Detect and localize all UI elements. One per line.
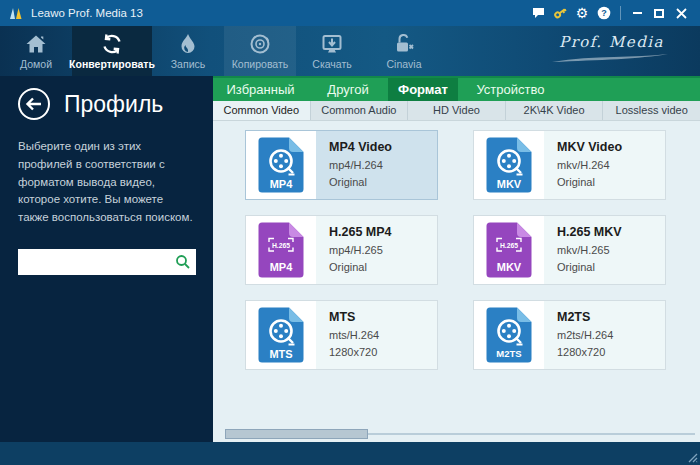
- back-button[interactable]: [18, 88, 50, 120]
- nav-label: Запись: [171, 58, 205, 70]
- minimize-button[interactable]: [626, 3, 648, 23]
- card-title: MP4 Video: [329, 140, 437, 154]
- nav-label: Cinavia: [386, 58, 421, 70]
- nav-item-home[interactable]: Домой: [0, 26, 72, 76]
- window-title: Leawo Prof. Media 13: [31, 7, 527, 19]
- close-button[interactable]: [670, 3, 692, 23]
- card-codec: mts/H.264: [329, 327, 437, 344]
- mts-file-icon: MTS: [257, 306, 305, 364]
- h265-mkv-file-icon: H.265 MKV: [485, 221, 533, 279]
- tab-favorites[interactable]: Избранный: [213, 78, 308, 101]
- subtab-hd-video[interactable]: HD Video: [408, 101, 506, 120]
- profile-card-mkv-video[interactable]: MKV MKV Video mkv/H.264 Original: [473, 130, 666, 200]
- card-title: MTS: [329, 310, 437, 324]
- profile-card-mts[interactable]: MTS MTS mts/H.264 1280x720: [245, 300, 438, 370]
- svg-text:H.265: H.265: [272, 242, 290, 249]
- home-icon: [24, 32, 48, 56]
- flame-icon: [176, 32, 200, 56]
- convert-icon: [100, 32, 124, 56]
- card-detail: Original: [329, 259, 437, 276]
- titlebar: Leawo Prof. Media 13 ⚙ ?: [0, 0, 700, 26]
- card-codec: m2ts/H.264: [557, 327, 665, 344]
- horizontal-scrollbar-thumb[interactable]: [225, 429, 368, 439]
- download-icon: [320, 32, 344, 56]
- mp4-file-icon: MP4: [257, 136, 305, 194]
- sidebar-heading: Профиль: [64, 91, 163, 118]
- nav-item-copy[interactable]: Копировать: [224, 26, 296, 76]
- card-codec: mkv/H.265: [557, 242, 665, 259]
- svg-text:?: ?: [601, 8, 607, 18]
- nav-label: Домой: [20, 58, 52, 70]
- card-detail: 1280x720: [329, 344, 437, 361]
- subtab-common-audio[interactable]: Common Audio: [311, 101, 409, 120]
- nav-label: Конвертировать: [69, 58, 155, 70]
- brand-underline-swoosh: [550, 54, 670, 64]
- subtab-lossless-video[interactable]: Lossless video: [603, 101, 700, 120]
- svg-text:MTS: MTS: [269, 348, 292, 360]
- profile-sidebar: Профиль Выберите один из этих профилей в…: [0, 76, 213, 442]
- profile-card-h265-mkv[interactable]: H.265 MKV H.265 MKV mkv/H.265 Original: [473, 215, 666, 285]
- main-nav: Домой Конвертировать Запись Копировать: [0, 26, 700, 76]
- unlock-icon: [392, 32, 416, 56]
- brand-script: Prof. Media: [559, 33, 664, 51]
- h265-mp4-file-icon: H.265 MP4: [257, 221, 305, 279]
- tab-device[interactable]: Устройство: [458, 78, 563, 101]
- nav-item-convert[interactable]: Конвертировать: [72, 26, 152, 76]
- svg-text:MP4: MP4: [270, 178, 294, 190]
- nav-label: Скачать: [312, 58, 351, 70]
- card-title: H.265 MKV: [557, 225, 665, 239]
- profile-card-m2ts[interactable]: M2TS M2TS m2ts/H.264 1280x720: [473, 300, 666, 370]
- svg-text:M2TS: M2TS: [496, 348, 521, 359]
- nav-item-download[interactable]: Скачать: [296, 26, 368, 76]
- category-tabs: Избранный Другой Формат Устройство: [213, 76, 700, 101]
- app-logo-icon: [8, 6, 24, 21]
- profiles-grid: MP4 MP4 Video mp4/H.264 Original MKV: [213, 121, 700, 442]
- register-key-icon[interactable]: [549, 3, 571, 23]
- card-title: M2TS: [557, 310, 665, 324]
- tab-other[interactable]: Другой: [308, 78, 388, 101]
- subtab-2k4k-video[interactable]: 2K\4K Video: [506, 101, 604, 120]
- svg-text:MP4: MP4: [270, 261, 294, 273]
- svg-text:H.265: H.265: [500, 242, 518, 249]
- m2ts-file-icon: M2TS: [485, 306, 533, 364]
- disc-icon: [248, 32, 272, 56]
- nav-item-cinavia[interactable]: Cinavia: [368, 26, 440, 76]
- app-window: Leawo Prof. Media 13 ⚙ ?: [0, 0, 700, 465]
- profile-card-h265-mp4[interactable]: H.265 MP4 H.265 MP4 mp4/H.265 Original: [245, 215, 438, 285]
- card-detail: Original: [557, 174, 665, 191]
- card-detail: 1280x720: [557, 344, 665, 361]
- search-icon[interactable]: [175, 254, 191, 270]
- back-arrow-icon: [25, 97, 43, 111]
- settings-gear-icon[interactable]: ⚙: [571, 3, 593, 23]
- nav-item-burn[interactable]: Запись: [152, 26, 224, 76]
- maximize-button[interactable]: [648, 3, 670, 23]
- titlebar-separator: [620, 6, 621, 20]
- status-footer: [0, 442, 700, 465]
- profile-search: [18, 249, 196, 275]
- svg-text:MKV: MKV: [497, 261, 522, 273]
- card-codec: mp4/H.264: [329, 157, 437, 174]
- mkv-file-icon: MKV: [485, 136, 533, 194]
- help-icon[interactable]: ?: [593, 3, 615, 23]
- search-input[interactable]: [18, 249, 196, 275]
- card-codec: mp4/H.265: [329, 242, 437, 259]
- card-codec: mkv/H.264: [557, 157, 665, 174]
- card-detail: Original: [329, 174, 437, 191]
- card-title: H.265 MP4: [329, 225, 437, 239]
- feedback-bubble-icon[interactable]: [527, 3, 549, 23]
- resize-grip[interactable]: [687, 452, 698, 463]
- tab-format[interactable]: Формат: [388, 78, 458, 101]
- nav-label: Копировать: [232, 58, 289, 70]
- card-detail: Original: [557, 259, 665, 276]
- svg-text:MKV: MKV: [497, 178, 522, 190]
- profile-card-mp4-video[interactable]: MP4 MP4 Video mp4/H.264 Original: [245, 130, 438, 200]
- subtab-common-video[interactable]: Common Video: [213, 101, 311, 120]
- card-title: MKV Video: [557, 140, 665, 154]
- sidebar-description: Выберите один из этих профилей в соответ…: [18, 138, 196, 227]
- format-subtabs: Common Video Common Audio HD Video 2K\4K…: [213, 101, 700, 121]
